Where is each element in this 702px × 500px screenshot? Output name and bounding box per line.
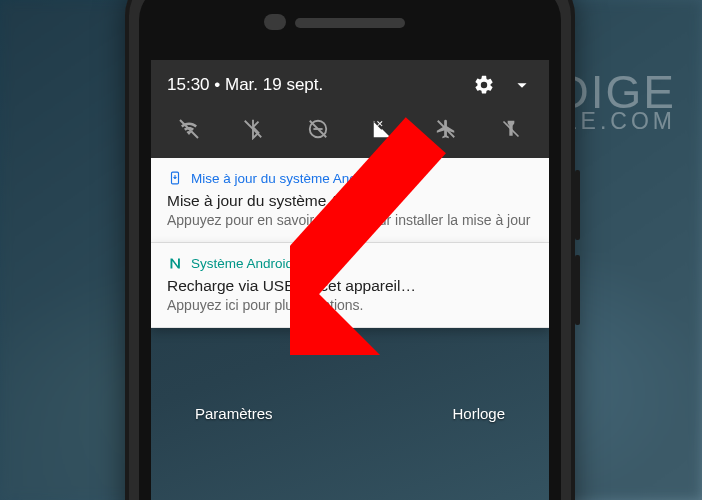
notif-app-name: Système Android <box>191 256 293 271</box>
phone-frame: Paramètres Horloge 15:30 • Mar. 19 sept. <box>125 0 575 500</box>
screenshot-stage: PRODIGE MOBILE.COM Paramètres Horloge 15… <box>0 0 702 500</box>
status-separator: • <box>214 75 220 94</box>
home-shortcut-clock[interactable]: Horloge <box>452 405 505 422</box>
settings-gear-icon[interactable] <box>473 74 495 96</box>
front-sensor <box>264 14 286 30</box>
notif-app-row: Mise à jour du système Android <box>167 170 533 186</box>
notif-app-row: Système Android <box>167 255 533 271</box>
notif-title: Mise à jour du système Android <box>167 192 533 210</box>
phone-bezel: Paramètres Horloge 15:30 • Mar. 19 sept. <box>139 0 561 500</box>
home-shortcut-settings[interactable]: Paramètres <box>195 405 273 422</box>
notification-shade[interactable]: 15:30 • Mar. 19 sept. <box>151 60 549 328</box>
wifi-off-icon[interactable] <box>176 116 202 142</box>
volume-up-button <box>575 170 580 240</box>
airplane-off-icon[interactable] <box>433 116 459 142</box>
notif-text: Appuyez pour en savoir plus et pour inst… <box>167 212 533 228</box>
status-time: 15:30 <box>167 75 210 94</box>
earpiece-speaker <box>295 18 405 28</box>
bluetooth-off-icon[interactable] <box>240 116 266 142</box>
android-n-icon <box>167 255 183 271</box>
dnd-off-icon[interactable] <box>305 116 331 142</box>
status-time-date: 15:30 • Mar. 19 sept. <box>167 75 323 95</box>
quick-settings-row: ✕ <box>151 106 549 158</box>
notif-title: Recharge via USB de cet appareil… <box>167 277 533 295</box>
notif-text: Appuyez ici pour plus d'options. <box>167 297 533 313</box>
svg-text:✕: ✕ <box>376 119 384 129</box>
system-update-icon <box>167 170 183 186</box>
notification-system-update[interactable]: Mise à jour du système Android Mise à jo… <box>151 158 549 243</box>
notification-usb-charging[interactable]: Système Android Recharge via USB de cet … <box>151 243 549 328</box>
volume-down-button <box>575 255 580 325</box>
notif-app-name: Mise à jour du système Android <box>191 171 379 186</box>
shade-header: 15:30 • Mar. 19 sept. <box>151 60 549 106</box>
phone-screen: Paramètres Horloge 15:30 • Mar. 19 sept. <box>151 60 549 500</box>
cellular-off-icon[interactable]: ✕ <box>369 116 395 142</box>
home-shortcut-labels: Paramètres Horloge <box>151 405 549 422</box>
expand-shade-icon[interactable] <box>511 74 533 96</box>
flashlight-off-icon[interactable] <box>498 116 524 142</box>
status-date: Mar. 19 sept. <box>225 75 323 94</box>
